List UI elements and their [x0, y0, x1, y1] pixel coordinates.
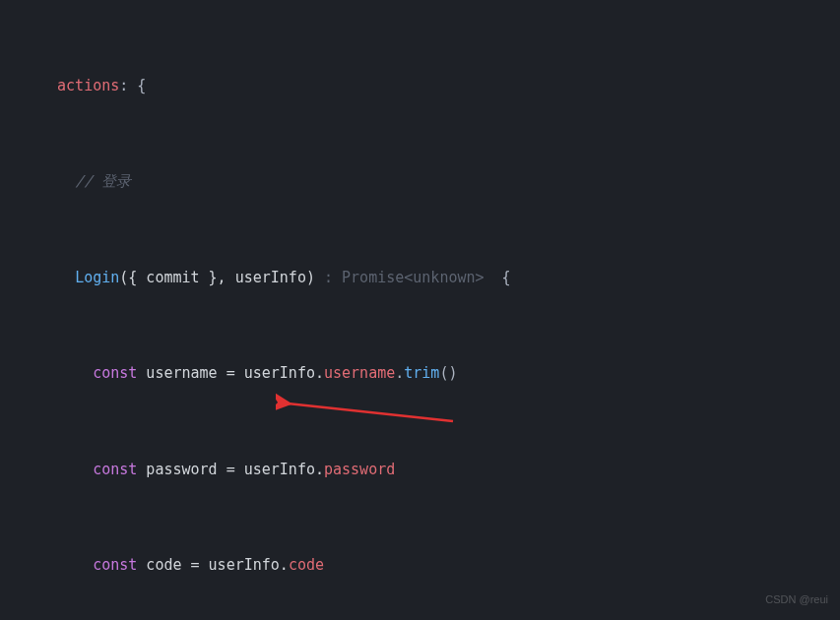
code-line: const code = userInfo.code [39, 549, 840, 582]
text: username = userInfo. [137, 364, 324, 382]
property: code [289, 556, 324, 574]
punct: . [395, 364, 404, 382]
comment: // 登录 [75, 172, 131, 190]
code-line: Login({ commit }, userInfo) : Promise<un… [39, 262, 840, 294]
function-name: Login [75, 269, 119, 286]
code-line: actions: { [39, 70, 840, 102]
code-line: // 登录 [39, 165, 840, 198]
property: password [324, 461, 395, 478]
punct: : { [119, 77, 146, 94]
code-line: const password = userInfo.password [39, 454, 840, 486]
code-line: const username = userInfo.username.trim(… [39, 357, 840, 390]
keyword: const [93, 461, 137, 478]
property: actions [57, 77, 119, 94]
property: username [324, 364, 395, 382]
keyword: const [93, 556, 137, 574]
watermark: CSDN @reui [765, 589, 828, 612]
code-editor[interactable]: actions: { // 登录 Login({ commit }, userI… [0, 0, 840, 620]
punct: () [439, 364, 457, 382]
punct: { [485, 269, 511, 286]
text: password = userInfo. [137, 461, 324, 478]
keyword: const [93, 364, 137, 382]
text: code = userInfo. [137, 556, 289, 574]
code-block: actions: { // 登录 Login({ commit }, userI… [0, 6, 840, 620]
type-hint: : Promise<unknown> [324, 269, 485, 286]
method: trim [404, 364, 439, 382]
params: ({ commit }, userInfo) [119, 269, 315, 286]
